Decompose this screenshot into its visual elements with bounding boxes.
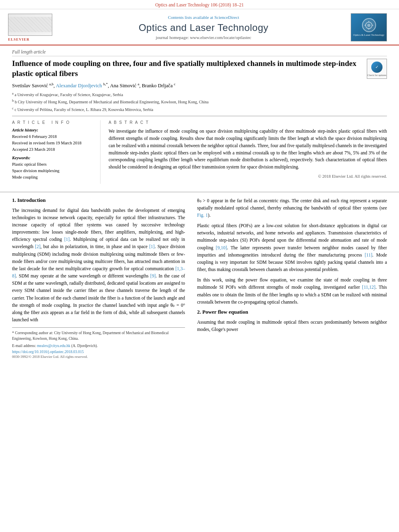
email-note: E-mail address: mealex@cityu.edu.hk (A. … bbox=[12, 343, 185, 349]
journal-title-area: Contents lists available at ScienceDirec… bbox=[56, 15, 351, 40]
ref9[interactable]: [9] bbox=[150, 273, 156, 278]
received-date: Received 6 February 2018 bbox=[12, 134, 92, 140]
fig1-ref[interactable]: Fig. 1 bbox=[197, 213, 208, 218]
three-text: Three bbox=[257, 143, 268, 148]
badge-label: Check for updates bbox=[367, 74, 386, 76]
svg-point-1 bbox=[367, 24, 370, 27]
history-title: Article history: bbox=[12, 128, 92, 132]
ref9-10[interactable]: [9,10] bbox=[216, 245, 227, 250]
elsevier-brand-text: ELSEVIER bbox=[8, 37, 56, 41]
journal-citation: Optics and Laser Technology 106 (2018) 1… bbox=[155, 2, 244, 7]
article-type: Full length article bbox=[12, 49, 387, 56]
section1-paragraph1: The increasing demand for digital data b… bbox=[12, 207, 185, 324]
journal-header: ELSEVIER Contents lists available at Sci… bbox=[0, 9, 399, 45]
journal-logo-text: Optics & Laser Technology bbox=[353, 33, 384, 37]
elsevier-logo-box bbox=[8, 14, 52, 36]
abstract-text: We investigate the influence of mode cou… bbox=[109, 128, 387, 171]
author-djordjevich[interactable]: Alexandar Djordjevich bbox=[56, 83, 102, 88]
keywords-group: Keywords: Plastic optical fibers Space d… bbox=[12, 156, 92, 180]
affiliation-a: a a University of Kragujevac, Faculty of… bbox=[12, 91, 387, 98]
section2-text: Assuming that mode coupling in multimode… bbox=[197, 318, 387, 333]
elsevier-logo-area: ELSEVIER bbox=[8, 14, 56, 41]
journal-logo-right: Optics & Laser Technology bbox=[351, 13, 387, 41]
info-abstract-section: A R T I C L E I N F O Article history: R… bbox=[12, 116, 387, 184]
article-info-label: A R T I C L E I N F O bbox=[12, 120, 92, 125]
abstract-column: A B S T R A C T We investigate the influ… bbox=[109, 120, 387, 184]
science-direct-text: Contents lists available at ScienceDirec… bbox=[60, 15, 347, 20]
section1-right-p2: Plastic optical fibers (POFs) are a low-… bbox=[197, 222, 387, 273]
check-for-updates-badge: ✓ Check for updates bbox=[367, 59, 387, 79]
ref2[interactable]: [2] bbox=[35, 244, 40, 249]
ref1[interactable]: [1] bbox=[64, 237, 70, 242]
section1-right-p3: In this work, using the power flow equat… bbox=[197, 276, 387, 306]
ref1b[interactable]: [1] bbox=[149, 244, 154, 249]
keyword-1: Plastic optical fibers bbox=[12, 161, 92, 168]
section1-heading: 1. Introduction bbox=[12, 197, 185, 203]
article-header-row: Influence of mode coupling on three, fou… bbox=[12, 59, 387, 79]
journal-logo-right-area: Optics & Laser Technology bbox=[351, 13, 391, 41]
article-title: Influence of mode coupling on three, fou… bbox=[12, 59, 367, 78]
section2-heading: 2. Power flow equation bbox=[197, 309, 387, 315]
keywords-title: Keywords: bbox=[12, 156, 92, 160]
left-column: 1. Introduction The increasing demand fo… bbox=[12, 197, 195, 359]
history-group: Article history: Received 6 February 201… bbox=[12, 128, 92, 152]
article-info-column: A R T I C L E I N F O Article history: R… bbox=[12, 120, 101, 184]
rights-line: 0030-3992/© 2018 Elsevier Ltd. All right… bbox=[12, 355, 185, 359]
elsevier-graphic-decoration bbox=[8, 17, 52, 32]
section1-right-p1: θ₀ > 0 appear in the far field as concen… bbox=[197, 197, 387, 219]
right-column: θ₀ > 0 appear in the far field as concen… bbox=[195, 197, 387, 359]
keyword-2: Space division multiplexing bbox=[12, 168, 92, 174]
journal-info-bar: Optics and Laser Technology 106 (2018) 1… bbox=[0, 0, 399, 9]
ref11[interactable]: [11] bbox=[365, 253, 372, 257]
ref1-3-8[interactable]: [1,3–8] bbox=[12, 266, 185, 278]
email-link[interactable]: mealex@cityu.edu.hk bbox=[37, 344, 70, 348]
journal-homepage: journal homepage: www.elsevier.com/locat… bbox=[60, 35, 347, 40]
logo-circle-decoration bbox=[362, 18, 376, 32]
keyword-3: Mode coupling bbox=[12, 174, 92, 181]
corresponding-author-note: * Corresponding author at: City Universi… bbox=[12, 330, 185, 342]
abstract-label: A B S T R A C T bbox=[109, 120, 387, 125]
accepted-date: Accepted 23 March 2018 bbox=[12, 146, 92, 153]
authors-line: Svetislav Savović a,b, Alexandar Djordje… bbox=[12, 82, 387, 89]
main-body: 1. Introduction The increasing demand fo… bbox=[0, 192, 399, 359]
science-direct-link[interactable]: ScienceDirect bbox=[214, 15, 239, 20]
affiliation-b: b b City University of Hong Kong, Depart… bbox=[12, 99, 387, 105]
laser-icon bbox=[364, 21, 374, 30]
footnote-area: * Corresponding author at: City Universi… bbox=[12, 327, 185, 359]
affiliation-c: c c University of Priština, Faculty of S… bbox=[12, 106, 387, 113]
journal-title: Optics and Laser Technology bbox=[60, 22, 347, 33]
ref11-12[interactable]: [11,12] bbox=[362, 285, 375, 290]
copyright-line: © 2018 Elsevier Ltd. All rights reserved… bbox=[109, 174, 387, 179]
badge-check-circle: ✓ bbox=[371, 62, 383, 73]
doi-line[interactable]: https://doi.org/10.1016/j.optlastec.2018… bbox=[12, 350, 185, 354]
revised-date: Received in revised form 19 March 2018 bbox=[12, 140, 92, 146]
article-content: Full length article Influence of mode co… bbox=[0, 45, 399, 192]
affiliations: a a University of Kragujevac, Faculty of… bbox=[12, 91, 387, 113]
